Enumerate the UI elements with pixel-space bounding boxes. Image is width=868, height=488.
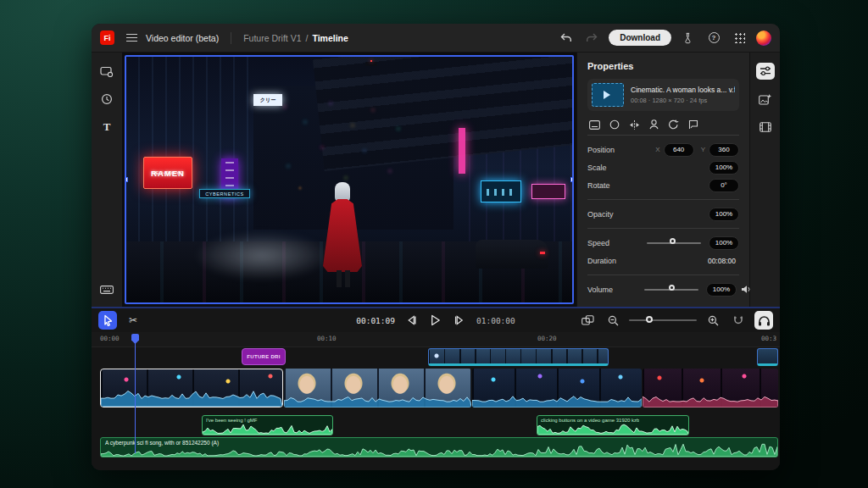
snap-toggle-button[interactable]: [729, 311, 748, 330]
volume-row: Volume 100%: [587, 280, 739, 298]
properties-panel-button[interactable]: [756, 63, 775, 80]
breadcrumb-project[interactable]: Future Drift V1: [243, 33, 301, 43]
speaker-icon[interactable]: [741, 285, 753, 294]
download-button[interactable]: Download: [609, 30, 671, 46]
zoom-slider[interactable]: [629, 319, 697, 321]
select-tool-button[interactable]: [98, 311, 117, 330]
media-tool-button[interactable]: [97, 63, 116, 80]
desktop-background: Fi Video editor (beta) Future Drift V1 /…: [0, 0, 868, 488]
redo-button[interactable]: [583, 30, 600, 47]
video-clip[interactable]: [643, 369, 778, 408]
history-clock-button[interactable]: [97, 91, 116, 108]
ruler-tick: 00:00: [100, 335, 120, 342]
clip-actions-row: [589, 119, 737, 130]
overlay-video-clip-2[interactable]: [757, 348, 778, 366]
undo-button[interactable]: [558, 30, 575, 47]
character-icon[interactable]: [649, 119, 659, 130]
resize-handle-right[interactable]: [570, 177, 574, 182]
y-label: Y: [701, 146, 705, 153]
music-clip[interactable]: A cyberpunk sci fi song, with or 8512422…: [100, 437, 778, 458]
keyboard-shortcuts-button[interactable]: [97, 281, 116, 298]
ruler-tick: 00:3: [761, 335, 776, 342]
headphones-icon: [758, 315, 771, 326]
timeline-ruler[interactable]: 00:00 00:10 00:20 00:3: [92, 332, 780, 347]
main-content: T クリー: [92, 53, 780, 307]
scale-field[interactable]: 100%: [709, 161, 739, 175]
current-time: 00:01:09: [356, 316, 395, 325]
zoom-slider-thumb[interactable]: [646, 316, 653, 323]
opacity-row: Opacity 100%: [587, 205, 739, 223]
volume-label: Volume: [587, 286, 644, 294]
scene-car: [476, 240, 548, 269]
woman-leg: [337, 270, 342, 287]
playhead-line: [135, 343, 136, 453]
video-clip[interactable]: [284, 369, 471, 408]
refresh-icon[interactable]: [668, 119, 679, 130]
storyboard-icon[interactable]: [688, 119, 698, 130]
right-toolbar: [749, 53, 780, 307]
video-preview[interactable]: クリー NEO-TOKYO RAMEN CYBERNETICS: [122, 53, 576, 307]
speed-slider[interactable]: [647, 242, 701, 244]
scene-fog: [194, 231, 330, 280]
transport-controls: 00:01:09 01:00:00: [356, 308, 515, 332]
selected-clip-card[interactable]: Cinematic. A woman looks a... v.ffgenvid…: [587, 79, 739, 111]
card-icon[interactable]: [589, 120, 600, 130]
duration-value: 00:08:00: [708, 257, 736, 265]
overlay-video-clip[interactable]: [428, 348, 609, 366]
play-button[interactable]: [427, 311, 444, 330]
text-tool-icon: T: [103, 120, 111, 134]
zoom-out-button[interactable]: [604, 311, 622, 330]
sound-effect-clip[interactable]: clicking buttons on a video game 31920 k…: [537, 415, 689, 435]
neon-sign-ramen: NEO-TOKYO RAMEN: [143, 157, 192, 189]
resize-handle-left[interactable]: [125, 177, 128, 182]
help-icon[interactable]: ?: [705, 30, 722, 47]
menu-icon[interactable]: [126, 34, 137, 42]
generate-image-button[interactable]: [756, 91, 775, 108]
opacity-field[interactable]: 100%: [709, 208, 739, 221]
video-clip-selected[interactable]: [100, 369, 283, 408]
clip-meta: 00:08 · 1280 × 720 · 24 fps: [631, 97, 735, 104]
user-avatar[interactable]: [756, 30, 771, 46]
clip-title: Cinematic. A woman looks a... v.ffgenvid: [631, 86, 735, 94]
header-divider: [231, 32, 231, 44]
sfx-clip-label: clicking buttons on a video game 31920 k…: [541, 418, 639, 423]
duration-label: Duration: [587, 257, 708, 265]
mask-circle-icon[interactable]: [609, 119, 620, 130]
overview-toggle-button[interactable]: [578, 311, 597, 330]
ruler-tick: 00:20: [537, 335, 557, 342]
previous-frame-button[interactable]: [403, 311, 419, 330]
apps-grid-icon[interactable]: [731, 30, 748, 47]
video-clip[interactable]: [472, 369, 642, 408]
media-panel-button[interactable]: [756, 119, 775, 136]
opacity-label: Opacity: [587, 210, 709, 219]
rotate-field[interactable]: 0°: [709, 179, 739, 192]
preview-frame: クリー NEO-TOKYO RAMEN CYBERNETICS: [126, 57, 572, 302]
position-x-field[interactable]: 640: [664, 143, 694, 157]
text-tool-button[interactable]: T: [97, 119, 116, 136]
ruler-tick: 00:10: [317, 335, 337, 342]
experiments-flask-icon[interactable]: [680, 30, 697, 47]
timeline-toolbar: ✂ 00:01:09 01:00:00: [92, 307, 780, 332]
breadcrumb[interactable]: Future Drift V1 / Timeline: [243, 33, 348, 43]
speed-slider-thumb[interactable]: [670, 238, 676, 244]
audio-preview-button[interactable]: [754, 311, 773, 330]
sound-effect-clip[interactable]: I've been seeing ! gMF: [202, 415, 333, 435]
zoom-in-button[interactable]: [704, 311, 722, 330]
flip-icon[interactable]: [629, 120, 640, 130]
neon-sign-cybernetics: CYBERNETICS: [199, 189, 250, 198]
preview-selection-border[interactable]: クリー NEO-TOKYO RAMEN CYBERNETICS: [125, 55, 574, 304]
timeline-view-controls: [578, 311, 773, 330]
text-clip[interactable]: FUTURE DRI: [242, 348, 286, 365]
volume-field[interactable]: 100%: [706, 283, 737, 297]
film-roll-icon: [760, 122, 771, 132]
next-frame-button[interactable]: [453, 311, 468, 330]
volume-slider-thumb[interactable]: [669, 285, 675, 291]
position-y-field[interactable]: 360: [709, 143, 739, 157]
firefly-logo[interactable]: Fi: [100, 30, 114, 45]
speed-row: Speed 100%: [587, 234, 739, 252]
rotate-row: Rotate 0°: [587, 176, 739, 194]
volume-slider[interactable]: [644, 289, 698, 291]
split-tool-button[interactable]: ✂: [124, 311, 142, 330]
playhead[interactable]: [131, 334, 139, 344]
speed-field[interactable]: 100%: [709, 236, 739, 250]
